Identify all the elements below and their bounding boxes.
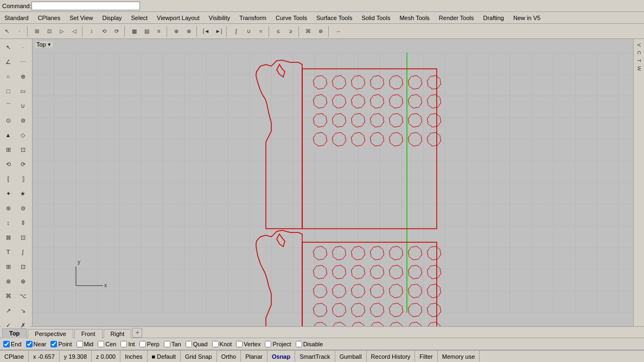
cmd-tool[interactable]: ⌘ bbox=[1, 289, 15, 303]
toolbar-btn-box1[interactable]: ▦ bbox=[128, 25, 140, 37]
burst2-tool[interactable]: ⊜ bbox=[16, 201, 30, 215]
osnap-checkbox-tan[interactable] bbox=[164, 341, 170, 347]
menu-item-viewport-layout[interactable]: Viewport Layout bbox=[152, 14, 205, 22]
toolbar-btn-arrow-fwd[interactable]: → bbox=[332, 25, 344, 37]
toolbar-btn-curve[interactable]: ∫ bbox=[230, 25, 242, 37]
bracket-tool[interactable]: ⟦ bbox=[1, 172, 15, 186]
toolbar-btn-arrow-left[interactable]: ◁ bbox=[68, 25, 80, 37]
grid-tool[interactable]: ⊞ bbox=[1, 143, 15, 157]
toolbar-btn-select[interactable]: ↖ bbox=[1, 25, 13, 37]
menu-item-surface-tools[interactable]: Surface Tools bbox=[312, 14, 357, 22]
osnap-checkbox-mid[interactable] bbox=[76, 341, 83, 347]
toolbar-btn-rotate-right[interactable]: ⟳ bbox=[111, 25, 123, 37]
menu-item-drafting[interactable]: Drafting bbox=[479, 14, 509, 22]
status-planar[interactable]: Planar bbox=[241, 351, 267, 362]
viewport-area[interactable]: Top ▼ xy bbox=[33, 39, 633, 326]
arrow-ne-tool[interactable]: ↗ bbox=[1, 303, 15, 318]
toolbar-btn-lines[interactable]: ≡ bbox=[153, 25, 165, 37]
menu-item-mesh-tools[interactable]: Mesh Tools bbox=[395, 14, 434, 22]
status-inches[interactable]: Inches bbox=[120, 351, 147, 362]
arc2-tool[interactable]: ∪ bbox=[16, 99, 30, 113]
menu-item-standard[interactable]: Standard bbox=[0, 14, 34, 22]
toolbar-btn-remove[interactable]: ⊗ bbox=[183, 25, 195, 37]
menu-item-render-tools[interactable]: Render Tools bbox=[435, 14, 479, 22]
toolbar-btn-rotate-left[interactable]: ⟲ bbox=[98, 25, 110, 37]
circle3-tool[interactable]: ⊚ bbox=[16, 113, 30, 127]
toolbar-btn-last[interactable]: ►| bbox=[213, 25, 225, 37]
integral-tool[interactable]: ∫ bbox=[16, 245, 30, 259]
circle2-tool[interactable]: ⊙ bbox=[1, 113, 15, 127]
rect2-tool[interactable]: ▭ bbox=[16, 84, 30, 98]
diamond-tool[interactable]: ◇ bbox=[16, 128, 30, 142]
menu-item-visibility[interactable]: Visibility bbox=[205, 14, 235, 22]
grid2-tool[interactable]: ⊡ bbox=[16, 143, 30, 157]
osnap-checkbox-int[interactable] bbox=[120, 341, 127, 347]
menu-item-cplanes[interactable]: CPlanes bbox=[34, 14, 66, 22]
text-tool[interactable]: T bbox=[1, 245, 15, 259]
tab-front[interactable]: Front bbox=[74, 329, 103, 338]
angle-tool[interactable]: ∠ bbox=[1, 55, 15, 69]
osnap-checkbox-perp[interactable] bbox=[139, 341, 146, 347]
toolbar-btn-point[interactable]: · bbox=[14, 25, 25, 37]
star-tool[interactable]: ✦ bbox=[1, 186, 15, 201]
osnap-checkbox-near[interactable] bbox=[26, 341, 33, 347]
toolbar-btn-add[interactable]: ⊕ bbox=[170, 25, 182, 37]
osnap-checkbox-point[interactable] bbox=[50, 341, 57, 347]
osnap-checkbox-project[interactable] bbox=[265, 341, 271, 347]
select-tool[interactable]: ↖ bbox=[1, 40, 15, 54]
box-tool[interactable]: ⊞ bbox=[1, 260, 15, 274]
rect-tool[interactable]: □ bbox=[1, 84, 15, 98]
toolbar-btn-arrow-end[interactable]: ≤ bbox=[272, 25, 284, 37]
toolbar-btn-arc[interactable]: ∪ bbox=[243, 25, 254, 37]
osnap-checkbox-quad[interactable] bbox=[186, 341, 192, 347]
rotate-right-tool[interactable]: ⟳ bbox=[16, 157, 30, 171]
tab-top[interactable]: Top bbox=[2, 328, 27, 338]
rotate-left-tool[interactable]: ⟲ bbox=[1, 157, 15, 171]
circle-tool[interactable]: ○ bbox=[1, 69, 15, 83]
toolbar-btn-move[interactable]: ↕ bbox=[86, 25, 98, 37]
menu-item-transform[interactable]: Transform bbox=[235, 14, 271, 22]
dots-tool[interactable]: ⋯ bbox=[16, 55, 30, 69]
tab-add-button[interactable]: + bbox=[132, 328, 142, 338]
opt-tool[interactable]: ⌥ bbox=[16, 289, 30, 303]
command-input[interactable] bbox=[31, 2, 140, 10]
point-tool[interactable]: · bbox=[16, 40, 30, 54]
x-tool[interactable]: ⊗ bbox=[1, 274, 15, 288]
triangle-tool[interactable]: ▲ bbox=[1, 128, 15, 142]
menu-item-new-in-v5[interactable]: New in V5 bbox=[509, 14, 545, 22]
plus-circle-tool[interactable]: ⊕ bbox=[16, 69, 30, 83]
status-osnap[interactable]: Osnap bbox=[267, 351, 295, 362]
status-memory-use[interactable]: Memory use bbox=[438, 351, 480, 362]
burst-tool[interactable]: ⊛ bbox=[1, 201, 15, 215]
toolbar-btn-star[interactable]: ⊛ bbox=[315, 25, 327, 37]
osnap-checkbox-disable[interactable] bbox=[296, 341, 302, 347]
cross-tool[interactable]: ⊠ bbox=[1, 230, 15, 244]
menu-item-curve-tools[interactable]: Curve Tools bbox=[271, 14, 312, 22]
status---default[interactable]: ■ Default bbox=[148, 351, 181, 362]
arrow-se-tool[interactable]: ↘ bbox=[16, 303, 30, 318]
bracket2-tool[interactable]: ⟧ bbox=[16, 172, 30, 186]
arc-tool[interactable]: ⌒ bbox=[1, 99, 15, 113]
status-record-history[interactable]: Record History bbox=[367, 351, 416, 362]
status-smarttrack[interactable]: SmartTrack bbox=[295, 351, 335, 362]
star2-tool[interactable]: ★ bbox=[16, 186, 30, 201]
menu-item-select[interactable]: Select bbox=[127, 14, 153, 22]
tab-right[interactable]: Right bbox=[104, 329, 132, 338]
toolbar-btn-arrow-right[interactable]: ▷ bbox=[56, 25, 68, 37]
flip2-tool[interactable]: ⇕ bbox=[16, 216, 30, 230]
status-gumball[interactable]: Gumball bbox=[335, 351, 367, 362]
osnap-checkbox-vertex[interactable] bbox=[236, 341, 243, 347]
status-ortho[interactable]: Ortho bbox=[217, 351, 241, 362]
toolbar-btn-arrow-start[interactable]: ≥ bbox=[285, 25, 297, 37]
flip-tool[interactable]: ↕ bbox=[1, 216, 15, 230]
osnap-checkbox-end[interactable] bbox=[3, 341, 10, 347]
tab-perspective[interactable]: Perspective bbox=[28, 329, 73, 338]
menu-item-display[interactable]: Display bbox=[98, 14, 126, 22]
menu-item-solid-tools[interactable]: Solid Tools bbox=[357, 14, 395, 22]
status-grid-snap[interactable]: Grid Snap bbox=[181, 351, 217, 362]
viewport-dropdown-icon[interactable]: ▼ bbox=[47, 42, 52, 47]
plus-tool[interactable]: ⊕ bbox=[16, 274, 30, 288]
menu-item-set-view[interactable]: Set View bbox=[65, 14, 98, 22]
osnap-checkbox-cen[interactable] bbox=[98, 341, 104, 347]
toolbar-btn-first[interactable]: |◄ bbox=[200, 25, 212, 37]
